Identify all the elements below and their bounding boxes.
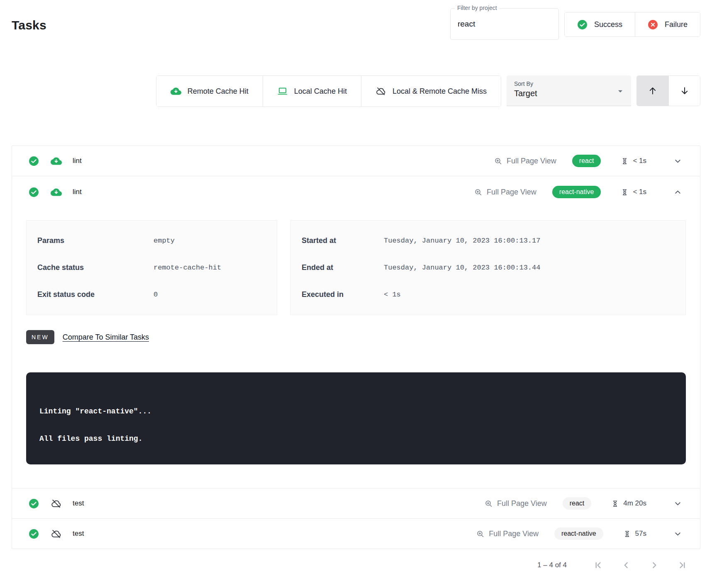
zoom-in-icon	[476, 530, 485, 538]
task-details-panel-left: Params empty Cache status remote-cache-h…	[26, 220, 277, 315]
task-duration: 57s	[623, 530, 646, 538]
task-row-header[interactable]: test Full Page View react-native 57s	[12, 519, 700, 549]
previous-page-button[interactable]	[621, 560, 632, 571]
task-duration: 4m 20s	[611, 499, 646, 508]
task-row: test Full Page View react 4m 20s	[12, 488, 700, 518]
collapse-button[interactable]	[672, 187, 683, 198]
last-page-button[interactable]	[677, 560, 688, 571]
chevron-up-icon	[673, 187, 683, 197]
cache-status-label: Cache status	[37, 263, 154, 272]
compare-row: NEW Compare To Similar Tasks	[26, 330, 686, 344]
project-badge: react-native	[554, 527, 603, 540]
detail-row-exit-code: Exit status code 0	[37, 281, 266, 308]
task-duration-value: 4m 20s	[623, 499, 646, 508]
page-title: Tasks	[12, 18, 46, 32]
task-details: Params empty Cache status remote-cache-h…	[12, 220, 700, 464]
task-name: lint	[73, 157, 82, 165]
cache-filter-bar: Remote Cache Hit Local Cache Hit Local &…	[0, 75, 712, 107]
caret-down-icon	[615, 86, 625, 96]
full-page-view-link[interactable]: Full Page View	[484, 499, 547, 508]
sort-direction-group	[636, 75, 700, 106]
project-filter-input[interactable]	[458, 19, 549, 29]
expand-button[interactable]	[672, 528, 683, 539]
arrow-down-icon	[679, 85, 690, 96]
chevron-down-icon	[673, 529, 683, 539]
page-header: Tasks Filter by project Success Failure	[0, 0, 712, 40]
cloud-slash-icon	[376, 86, 386, 97]
terminal-line: All files pass linting.	[39, 435, 673, 443]
success-filter-label: Success	[594, 20, 622, 29]
task-list: lint Full Page View react < 1s	[12, 146, 700, 549]
expand-button[interactable]	[672, 498, 683, 509]
ended-at-value: Tuesday, January 10, 2023 16:00:13.44	[384, 264, 540, 272]
x-circle-icon	[648, 19, 658, 30]
expand-button[interactable]	[672, 156, 683, 167]
detail-row-cache-status: Cache status remote-cache-hit	[37, 254, 266, 281]
full-page-view-link[interactable]: Full Page View	[494, 157, 556, 165]
full-page-view-link[interactable]: Full Page View	[474, 188, 536, 197]
detail-row-started-at: Started at Tuesday, January 10, 2023 16:…	[302, 227, 675, 254]
compare-to-similar-tasks-link[interactable]: Compare To Similar Tasks	[63, 333, 149, 342]
next-page-button[interactable]	[649, 560, 660, 571]
zoom-in-icon	[494, 157, 502, 165]
success-filter-button[interactable]: Success	[565, 12, 635, 36]
task-duration-value: < 1s	[633, 188, 646, 196]
full-page-view-label: Full Page View	[507, 157, 556, 165]
task-row-expanded: lint Full Page View react-native < 1s	[12, 176, 700, 464]
task-row: test Full Page View react-native 57s	[12, 518, 700, 549]
hourglass-icon	[621, 157, 629, 165]
pagination-range: 1 – 4 of 4	[537, 561, 567, 569]
local-cache-hit-filter-button[interactable]: Local Cache Hit	[263, 76, 361, 107]
exit-code-label: Exit status code	[37, 290, 154, 299]
project-badge: react-native	[552, 186, 601, 198]
chevron-left-icon	[621, 560, 632, 571]
detail-row-executed-in: Executed in < 1s	[302, 281, 675, 308]
success-status-icon	[29, 187, 39, 197]
task-name: lint	[73, 188, 82, 196]
cloud-slash-icon	[51, 498, 62, 509]
sort-ascending-button[interactable]	[637, 76, 668, 106]
project-filter-label: Filter by project	[455, 5, 500, 11]
sort-by-label: Sort By	[514, 80, 624, 87]
task-row-header[interactable]: lint Full Page View react-native < 1s	[12, 176, 700, 208]
header-filters: Filter by project Success Failure	[450, 8, 700, 40]
task-row-header[interactable]: lint Full Page View react < 1s	[12, 146, 700, 176]
failure-filter-label: Failure	[665, 20, 688, 29]
remote-cache-hit-icon	[51, 187, 62, 198]
success-status-icon	[29, 529, 39, 539]
failure-filter-button[interactable]: Failure	[635, 12, 700, 36]
terminal-line: Linting "react-native"...	[39, 407, 673, 415]
task-name: test	[73, 499, 84, 508]
hourglass-icon	[611, 500, 619, 508]
task-details-panel-right: Started at Tuesday, January 10, 2023 16:…	[290, 220, 686, 315]
ended-at-label: Ended at	[302, 263, 384, 272]
cache-filter-group: Remote Cache Hit Local Cache Hit Local &…	[156, 75, 501, 107]
project-badge: react	[572, 155, 601, 167]
chevron-down-icon	[673, 156, 683, 166]
full-page-view-link[interactable]: Full Page View	[476, 530, 539, 538]
sort-descending-button[interactable]	[668, 76, 700, 106]
remote-cache-hit-filter-button[interactable]: Remote Cache Hit	[156, 76, 263, 107]
project-filter-field: Filter by project	[450, 8, 559, 40]
zoom-in-icon	[484, 499, 493, 508]
task-duration: < 1s	[621, 157, 646, 165]
task-row-header[interactable]: test Full Page View react 4m 20s	[12, 488, 700, 518]
started-at-value: Tuesday, January 10, 2023 16:00:13.17	[384, 237, 540, 245]
first-page-button[interactable]	[593, 560, 603, 571]
full-page-view-label: Full Page View	[489, 530, 539, 538]
full-page-view-label: Full Page View	[487, 188, 536, 197]
executed-in-label: Executed in	[302, 290, 384, 299]
new-badge: NEW	[26, 330, 54, 344]
detail-row-ended-at: Ended at Tuesday, January 10, 2023 16:00…	[302, 254, 675, 281]
arrow-up-icon	[647, 85, 658, 96]
params-label: Params	[37, 236, 154, 245]
task-duration-value: < 1s	[633, 157, 646, 165]
sort-by-value: Target	[514, 89, 624, 98]
task-duration: < 1s	[621, 188, 646, 196]
task-name: test	[73, 530, 84, 538]
remote-cache-hit-icon	[51, 156, 62, 167]
detail-row-params: Params empty	[37, 227, 266, 254]
remote-cache-hit-label: Remote Cache Hit	[188, 87, 249, 96]
sort-by-select[interactable]: Sort By Target	[507, 75, 631, 106]
cache-miss-filter-button[interactable]: Local & Remote Cache Miss	[361, 76, 501, 107]
